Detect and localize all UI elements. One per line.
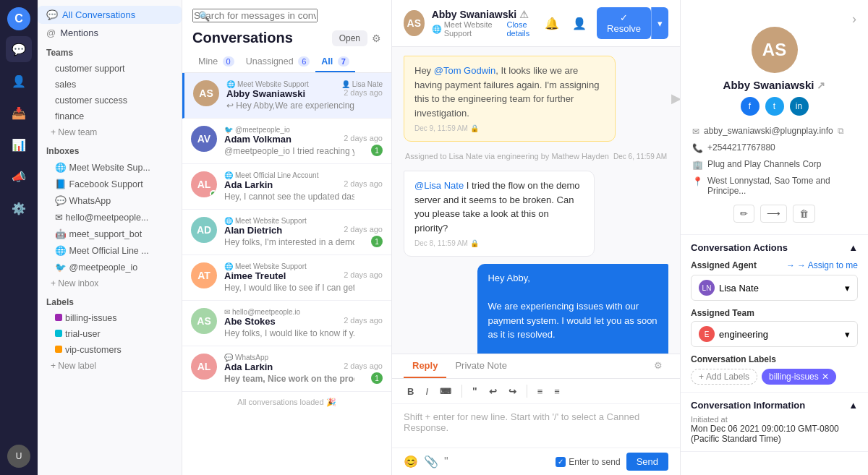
conv-status-button[interactable]: Open (332, 30, 367, 46)
sidebar-item-billing-issues[interactable]: billing-issues (38, 310, 182, 326)
conv-item-2[interactable]: AV 🐦 @meetpeople_io Adam Volkman 2 days … (182, 119, 391, 164)
nav-settings[interactable]: ⚙️ (6, 195, 32, 221)
toolbar-code[interactable]: ⌨ (436, 383, 455, 399)
sidebar-item-meetpeople-twitter[interactable]: 🐦 @meetpeople_io (38, 259, 182, 275)
right-panel-expand-icon[interactable]: › (852, 12, 856, 27)
remove-label-icon[interactable]: ✕ (822, 372, 829, 382)
conv-row1-6: Abe Stokes 2 days ago (224, 316, 383, 327)
toolbar-italic[interactable]: I (422, 383, 432, 399)
nav-conversations[interactable]: 💬 (6, 36, 32, 62)
conv-list-header: 🔍 Conversations Open ⚙ (182, 0, 391, 46)
conv-item-5[interactable]: AT 🌐 Meet Website Support Aimee Treutel … (182, 255, 391, 301)
agent-select[interactable]: LN Lisa Nate ▾ (691, 275, 858, 301)
edit-icon[interactable]: ↗ (817, 80, 825, 91)
right-panel: › AS Abby Swaniawski ↗ f t in ✉ abby_swa… (680, 0, 868, 475)
sidebar-item-whatsapp[interactable]: 💬 WhatsApp (38, 192, 182, 209)
new-inbox-button[interactable]: + New inbox (38, 275, 182, 291)
toolbar-ol[interactable]: ≡ (550, 383, 563, 399)
tab-reply[interactable]: Reply (404, 354, 446, 378)
resolve-dropdown-button[interactable]: ▾ (651, 7, 668, 39)
nav-mentions[interactable]: 👤 (6, 68, 32, 94)
conversation-list: 🔍 Conversations Open ⚙ Mine 0 Unassigned… (182, 0, 392, 475)
nav-campaigns[interactable]: 📣 (6, 163, 32, 189)
conv-filter-icon[interactable]: ⚙ (372, 33, 381, 44)
sidebar-item-all-conversations[interactable]: 💬 All Conversations (38, 6, 182, 24)
conv-badge-7: 1 (371, 372, 383, 384)
resolve-button[interactable]: ✓ Resolve (597, 7, 651, 39)
quote-icon[interactable]: " (444, 455, 448, 468)
toolbar-quote[interactable]: " (469, 383, 481, 399)
conv-item-7[interactable]: AL 💬 WhatsApp Ada Larkin 2 days ago Hey … (182, 346, 391, 392)
edit-contact-button[interactable]: ✏ (733, 205, 754, 223)
right-info-phone: 📞 +2544217767880 (692, 140, 856, 156)
sidebar-item-finance[interactable]: finance (38, 108, 182, 124)
toolbar-ul[interactable]: ≡ (534, 383, 547, 399)
tab-private-note[interactable]: Private Note (446, 354, 516, 378)
new-label-button[interactable]: + New label (38, 358, 182, 374)
sidebar-item-mentions[interactable]: @ Mentions (38, 24, 182, 42)
delete-contact-button[interactable]: 🗑 (793, 205, 815, 223)
nav-reports[interactable]: 📊 (6, 132, 32, 158)
facebook-social-icon[interactable]: f (741, 97, 760, 116)
chat-header-left: AS Abby Swaniawski ⚠ 🌐 Meet Website Supp… (404, 9, 542, 38)
sidebar-item-support-bot[interactable]: 🤖 meet_support_bot (38, 226, 182, 242)
toolbar-bold[interactable]: B (404, 383, 417, 399)
team-select[interactable]: E engineering ▾ (691, 321, 858, 347)
add-labels-button[interactable]: + Add Labels (691, 369, 757, 385)
sidebar-item-customer-support[interactable]: customer support (38, 61, 182, 77)
conversation-info-header[interactable]: Conversation Information ▲ (691, 400, 858, 411)
conv-item-3[interactable]: AL 🌐 Meet Official Line Account Ada Lark… (182, 164, 391, 210)
close-details-link[interactable]: Close details (506, 20, 542, 38)
reply-settings-icon[interactable]: ⚙ (648, 354, 668, 378)
enter-to-send-toggle: ✓ Enter to send (556, 457, 620, 467)
search-input[interactable] (192, 9, 318, 22)
assign-to-me-button[interactable]: → → Assign to me (786, 260, 858, 270)
linkedin-social-icon[interactable]: in (790, 97, 809, 116)
app-logo[interactable]: C (7, 7, 30, 30)
copy-email-icon[interactable]: ⧉ (838, 126, 844, 136)
conversation-actions-header[interactable]: Conversation Actions ▲ (681, 235, 868, 260)
conv-name-4: Alan Dietrich (224, 225, 282, 236)
sidebar-item-trial-user[interactable]: trial-user (38, 326, 182, 342)
sidebar-item-meet-website[interactable]: 🌐 Meet Website Sup... (38, 159, 182, 176)
attachment-icon[interactable]: 📎 (424, 455, 438, 468)
team-avatar-sm: E (699, 326, 715, 342)
conv-time-4: 2 days ago (344, 225, 383, 234)
toolbar-undo[interactable]: ↩ (485, 383, 501, 399)
search-chat-button[interactable]: 👤 (569, 14, 590, 33)
enter-to-send-checkbox[interactable]: ✓ (556, 457, 566, 467)
tab-all[interactable]: All 7 (315, 52, 355, 72)
reply-input[interactable]: Shift + enter for new line. Start with '… (392, 404, 680, 448)
new-team-button[interactable]: + New team (38, 124, 182, 140)
sidebar-item-facebook-support[interactable]: 📘 Facebook Support (38, 176, 182, 192)
conv-time-5: 2 days ago (344, 270, 383, 279)
right-contact-name: Abby Swaniawski ↗ (723, 79, 826, 91)
sidebar-item-vip-customers[interactable]: vip-customers (38, 342, 182, 358)
sidebar-item-hello-email[interactable]: ✉ hello@meetpeople... (38, 209, 182, 226)
conv-item-1[interactable]: AS 🌐 Meet Website Support 👤 Lisa Nate Ab… (182, 73, 391, 119)
conv-preview-3: Hey, I cannot see the updated das... (224, 192, 354, 202)
emoji-icon[interactable]: 😊 (404, 455, 418, 468)
mute-button[interactable]: 🔔 (542, 14, 562, 33)
send-button[interactable]: Send (626, 453, 668, 471)
expand-icon-1[interactable]: ▶ (671, 90, 680, 106)
tab-unassigned[interactable]: Unassigned 6 (240, 52, 316, 72)
conv-item-4[interactable]: AD 🌐 Meet Website Support Alan Dietrich … (182, 210, 391, 255)
conv-avatar-5: AT (191, 262, 217, 288)
conv-avatar-1: AS (193, 80, 219, 106)
user-avatar[interactable]: U (7, 445, 30, 468)
merge-contact-button[interactable]: ⟶ (760, 205, 787, 223)
chat-header-info: Abby Swaniawski ⚠ 🌐 Meet Website Support… (432, 9, 542, 38)
toolbar-sep-2 (527, 385, 527, 398)
location-icon: 📍 (692, 176, 703, 187)
sidebar-item-sales[interactable]: sales (38, 77, 182, 93)
toolbar-redo[interactable]: ↪ (505, 383, 520, 399)
conv-row1-7: Ada Larkin 2 days ago (224, 361, 383, 372)
sidebar-item-customer-success[interactable]: customer success (38, 93, 182, 108)
tab-mine[interactable]: Mine 0 (192, 52, 240, 72)
sidebar-item-meet-official-line[interactable]: 🌐 Meet Official Line ... (38, 242, 182, 259)
conv-item-6[interactable]: AS ✉ hello@meetpeople.io Abe Stokes 2 da… (182, 301, 391, 346)
status-dot-3 (210, 190, 217, 197)
twitter-social-icon[interactable]: t (765, 97, 784, 116)
nav-inbox[interactable]: 📥 (6, 100, 32, 126)
